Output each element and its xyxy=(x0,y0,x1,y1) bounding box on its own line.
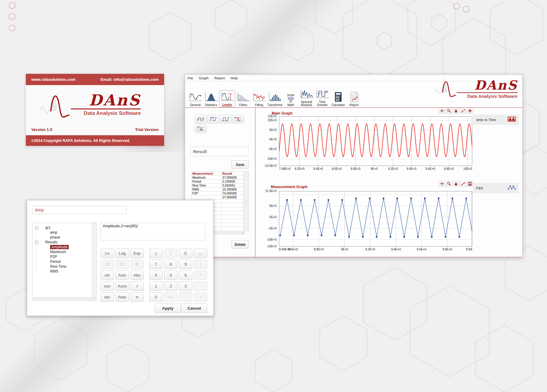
toolbar-item-transforms[interactable]: Transforms xyxy=(267,91,283,107)
result-input[interactable] xyxy=(190,147,248,156)
level-measure-button-1[interactable] xyxy=(195,115,207,123)
toolbar-item-fitting[interactable]: Fitting xyxy=(251,91,267,107)
tree-item-rise-time[interactable]: Rise Time xyxy=(50,264,66,269)
x-tick-label: 9E+0 xyxy=(370,167,378,170)
tree-item-results[interactable]: Results xyxy=(45,240,57,244)
tree-item-maximum[interactable]: Maximum xyxy=(50,250,66,254)
scroll-right-arrow[interactable]: ► xyxy=(242,232,244,235)
tree-item-gr1[interactable]: gr1 xyxy=(45,225,50,230)
key-4[interactable]: 4 xyxy=(149,270,163,280)
toolbar-item-general[interactable]: General xyxy=(187,91,203,107)
key-acos[interactable]: Acos xyxy=(115,281,129,291)
crosshair-icon[interactable] xyxy=(439,181,445,187)
add-icon[interactable] xyxy=(467,108,473,114)
key-2[interactable]: 2 xyxy=(164,281,177,291)
table-row[interactable]: Period0.100000 xyxy=(191,180,249,184)
panel-splitter[interactable] xyxy=(255,107,256,258)
table-row[interactable]: RMS15.206906 xyxy=(191,187,249,191)
toolbar-item-statistics[interactable]: Statistics xyxy=(203,91,219,107)
formula-textarea[interactable] xyxy=(101,223,205,240)
key-8[interactable]: 8 xyxy=(164,260,177,269)
key-ln[interactable]: Ln xyxy=(101,249,114,258)
plot-main-graph[interactable] xyxy=(279,116,472,166)
delete-button[interactable]: Delete xyxy=(231,240,249,249)
key-5[interactable]: 5 xyxy=(164,270,177,280)
toolbar-item-report[interactable]: Report xyxy=(346,91,362,107)
tree-collapse-toggle[interactable]: – xyxy=(35,226,38,229)
tree-item-period[interactable]: Period xyxy=(50,260,61,264)
toolbar-item-label: General xyxy=(187,104,203,107)
toolbar-item-filters[interactable]: Filters xyxy=(236,91,251,107)
tree-item-rms[interactable]: RMS xyxy=(50,269,58,273)
key-dot: ) xyxy=(164,249,177,258)
toolbar-item-math[interactable]: ∫x(t)dtdx(t)dtMath xyxy=(283,92,298,107)
pan-hand-icon[interactable] xyxy=(453,108,459,114)
tree-horizontal-scrollbar[interactable] xyxy=(32,298,97,301)
key-log[interactable]: Log xyxy=(115,249,129,258)
apply-button[interactable]: Apply xyxy=(155,304,181,313)
table-row[interactable]: 37.000000 xyxy=(191,195,249,199)
key-1[interactable]: 1 xyxy=(149,281,163,291)
key-sin[interactable]: sin xyxy=(101,270,114,280)
zoom-icon[interactable] xyxy=(446,181,452,187)
pan-hand-icon[interactable] xyxy=(453,181,459,187)
plot-measurement-graph[interactable] xyxy=(279,191,472,246)
zoom-icon[interactable] xyxy=(446,108,452,114)
key-6[interactable]: 6 xyxy=(179,270,192,280)
key-atan[interactable]: Atan xyxy=(115,292,129,302)
brush-icon[interactable] xyxy=(460,108,466,114)
toolbar-item-spectral-analysis[interactable]: Spectral Analysis xyxy=(299,88,314,107)
tree-collapse-toggle[interactable]: – xyxy=(35,241,38,244)
brush-icon[interactable] xyxy=(460,181,466,187)
key-dot[interactable]: √ xyxy=(130,281,144,291)
toolbar-item-calculator[interactable]: Calculator xyxy=(330,91,346,107)
x-tick-label: 9.99E+0 xyxy=(466,248,472,251)
y-tick-label: -5E+0 xyxy=(258,227,277,230)
tree-vertical-scrollbar[interactable] xyxy=(92,223,96,297)
toolbar-item-levels[interactable]: Levels xyxy=(219,90,235,107)
menu-item-graph[interactable]: Graph xyxy=(199,76,209,80)
key-7[interactable]: 7 xyxy=(149,260,163,269)
tree-item-amplitude[interactable]: Amplitude xyxy=(50,245,69,249)
table-row[interactable]: Rise Time0.042661 xyxy=(191,184,249,187)
key-cos[interactable]: cos xyxy=(101,281,114,291)
graph-toolbar xyxy=(438,108,473,114)
key-abs[interactable]: Abs xyxy=(130,270,144,280)
key-9[interactable]: 9 xyxy=(179,260,192,269)
key-tan[interactable]: tan xyxy=(101,292,114,302)
x-tick-label: 9.2E+0 xyxy=(388,167,398,170)
crosshair-icon[interactable] xyxy=(439,108,445,114)
key-dot[interactable]: ( xyxy=(149,249,163,258)
table-row[interactable]: P2P74.000000 xyxy=(191,191,249,195)
splash-version: Version 1.0 xyxy=(31,127,52,132)
menu-item-help[interactable]: Help xyxy=(231,76,238,80)
save-button[interactable]: Save xyxy=(231,160,249,169)
level-measure-button-2[interactable] xyxy=(207,115,219,123)
table-row[interactable]: Maximum37.000000 xyxy=(191,176,249,180)
legend-p-v[interactable]: P&V xyxy=(473,183,519,193)
y-tick-label: 10E+0 xyxy=(258,119,277,122)
result-name-input[interactable] xyxy=(32,206,126,214)
level-measure-button-3[interactable] xyxy=(220,115,232,123)
level-measure-button-4[interactable] xyxy=(232,115,244,123)
key-3[interactable]: 3 xyxy=(179,281,192,291)
tree-item-amp[interactable]: amp xyxy=(50,230,57,235)
save-icon[interactable] xyxy=(467,181,473,187)
legend-amp-vs-time[interactable]: amp vs Time xyxy=(473,115,519,125)
key-0[interactable]: 0 xyxy=(149,292,163,302)
menu-item-report[interactable]: Report xyxy=(215,76,225,80)
toolbar-item-time-domain[interactable]: Time Domain xyxy=(315,88,330,107)
splash-logo-subtitle: Data Analysis Software xyxy=(84,110,141,116)
cancel-button[interactable]: Cancel xyxy=(181,304,207,313)
key-c[interactable]: C xyxy=(179,249,192,258)
menu-item-file[interactable]: File xyxy=(187,76,193,80)
table-vertical-scrollbar[interactable]: ▲ xyxy=(243,172,249,231)
key-asin[interactable]: Asin xyxy=(115,270,129,280)
x-tick-label: 8.6E+0 xyxy=(332,167,342,170)
key-exp[interactable]: Exp xyxy=(130,249,144,258)
key-backspace[interactable]: ← xyxy=(194,249,207,258)
key-dot[interactable]: π xyxy=(130,292,144,302)
tree-item-p2p[interactable]: P2P xyxy=(50,255,57,259)
tree-item-phase[interactable]: phase xyxy=(50,235,60,239)
level-measure-button-5[interactable] xyxy=(195,124,207,133)
